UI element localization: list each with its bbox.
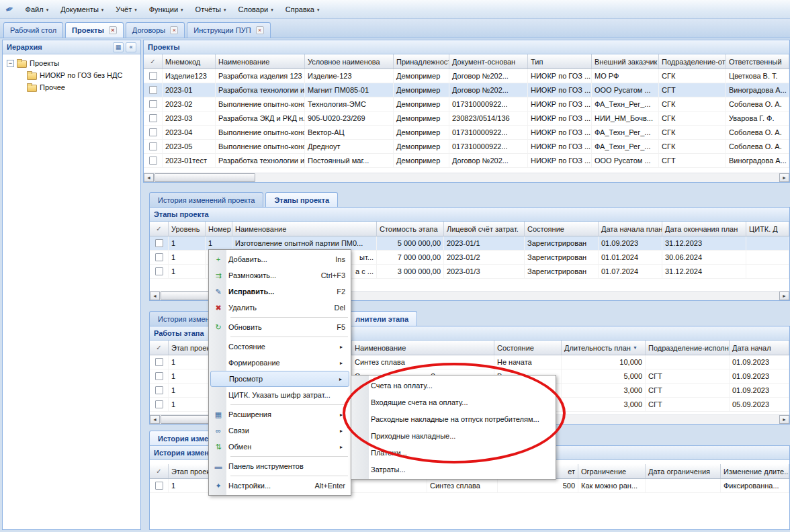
row-checkbox[interactable] [149, 114, 157, 122]
table-row[interactable]: 2023-01тестРазработка технологии и...Пос… [144, 154, 789, 168]
context-menu-item[interactable]: Счета на оплату... [353, 377, 554, 394]
column-header[interactable]: ЦИТК. Д [746, 222, 789, 236]
row-checkbox[interactable] [155, 400, 163, 408]
context-menu-item[interactable]: ▦Расширения▸ [210, 406, 349, 423]
row-checkbox[interactable] [155, 253, 163, 261]
column-header[interactable]: Длительность план▼ [562, 341, 646, 355]
menubar-item[interactable]: Файл▾ [19, 3, 55, 16]
columns-icon[interactable]: ▦ [113, 42, 124, 52]
row-checkbox[interactable] [149, 72, 157, 80]
column-header[interactable]: Дата начал [730, 341, 789, 355]
context-menu-item[interactable]: Затраты... [353, 461, 554, 478]
column-header[interactable]: Наименование [216, 54, 305, 69]
context-menu-item[interactable]: Формирование▸ [210, 355, 349, 371]
row-checkbox[interactable] [155, 358, 163, 366]
context-menu-item[interactable]: ∞Связи▸ [210, 423, 349, 439]
main-tab[interactable]: Проекты× [65, 22, 124, 38]
column-header[interactable]: Дата начала план [599, 222, 662, 236]
section-tab[interactable]: История изменений проекта [149, 192, 263, 207]
row-checkbox[interactable] [155, 239, 163, 247]
collapse-panel-icon[interactable]: « [126, 42, 136, 52]
tab-close-icon[interactable]: × [170, 26, 178, 34]
context-menu-item[interactable]: ✎Исправить...F2 [210, 283, 349, 300]
column-header[interactable]: Стоимость этапа [377, 222, 444, 236]
row-checkbox[interactable] [155, 267, 163, 275]
tree-node[interactable]: НИОКР по ГОЗ без НДС [4, 69, 139, 81]
row-checkbox[interactable] [149, 128, 157, 136]
column-header[interactable]: Принадлежность [394, 54, 449, 69]
row-checkbox[interactable] [149, 157, 157, 165]
column-header[interactable]: Ответственный [726, 54, 789, 69]
context-menu-item[interactable]: ЦИТК. Указать шифр затрат... [210, 387, 349, 403]
context-menu-item[interactable]: ↻ОбновитьF5 [210, 319, 349, 335]
row-checkbox[interactable] [155, 386, 163, 394]
scroll-left-icon[interactable]: ◄ [150, 415, 160, 424]
column-header[interactable]: Внешний заказчик [592, 54, 659, 69]
select-all-checkbox-header[interactable]: ✓ [150, 464, 169, 478]
column-header[interactable]: Наименование [352, 341, 494, 355]
column-header[interactable]: Изменение длите... [721, 464, 789, 478]
context-menu-item[interactable]: Состояние▸ [210, 339, 349, 355]
column-header[interactable]: Тип [528, 54, 592, 69]
menubar-item[interactable]: Документы▾ [54, 3, 109, 16]
column-header[interactable]: Состояние [494, 341, 562, 355]
table-row[interactable]: 11Изготовление опытной партии ПМ0...5 00… [150, 236, 789, 251]
context-menu-item[interactable]: ✖УдалитьDel [210, 300, 349, 316]
main-tab[interactable]: Инструкции ПУП× [187, 22, 270, 38]
context-menu-item[interactable]: ✦Настройки...Alt+Enter [210, 478, 349, 494]
tree-node[interactable]: Прочее [4, 81, 139, 93]
select-all-checkbox-header[interactable]: ✓ [150, 222, 169, 236]
context-menu-item[interactable]: Просмотр▸ [210, 371, 349, 387]
row-checkbox[interactable] [149, 142, 157, 150]
context-menu-item[interactable]: Расходные накладные на отпуск потребител… [353, 410, 554, 427]
scroll-track[interactable] [154, 173, 779, 182]
context-menu-item[interactable]: ▬Панель инструментов [210, 458, 349, 474]
table-row[interactable]: Изделие123Разработка изделия 123Изделие-… [144, 69, 789, 83]
table-row[interactable]: 2023-02Выполнение опытно-конс...Технолог… [144, 97, 789, 112]
select-all-checkbox-header[interactable]: ✓ [144, 54, 163, 69]
scroll-left-icon[interactable]: ◄ [144, 173, 154, 182]
context-menu-item[interactable]: ⇉Размножить...Ctrl+F3 [210, 267, 349, 283]
column-header[interactable]: Дата окончания план [662, 222, 746, 236]
context-menu-item[interactable]: +Добавить...Ins [210, 251, 349, 267]
row-checkbox[interactable] [155, 482, 163, 490]
tab-close-icon[interactable]: × [256, 26, 264, 34]
table-row[interactable]: 2023-05Выполнение опытно-конс...Дредноут… [144, 140, 789, 154]
select-all-checkbox-header[interactable]: ✓ [150, 341, 169, 355]
tree-node[interactable]: −Проекты [4, 57, 139, 69]
context-menu-item[interactable]: ⇅Обмен▸ [210, 439, 349, 455]
table-row[interactable]: 2023-03Разработка ЭКД и РКД н...905-U020… [144, 112, 789, 126]
scroll-right-icon[interactable]: ► [779, 173, 789, 182]
column-header[interactable]: Подразделение-от [659, 54, 726, 69]
main-tab[interactable]: Рабочий стол [3, 22, 63, 38]
scroll-thumb[interactable] [155, 173, 255, 182]
menubar-item[interactable]: Отчёты▾ [189, 3, 232, 16]
column-header[interactable]: Подразделение-исполнитель.. [646, 341, 730, 355]
scroll-right-icon[interactable]: ► [779, 415, 789, 424]
column-header[interactable]: Состояние [525, 222, 599, 236]
menubar-item[interactable]: Словари▾ [232, 3, 279, 16]
menubar-item[interactable]: Справка▾ [279, 3, 326, 16]
scroll-left-icon[interactable]: ◄ [150, 292, 160, 300]
column-header[interactable]: Номер [206, 222, 232, 236]
main-tab[interactable]: Договоры× [126, 22, 185, 38]
context-menu-item[interactable]: Платежи... [353, 444, 554, 461]
column-header[interactable]: Лицевой счёт затрат. [444, 222, 525, 236]
projects-hscrollbar[interactable]: ◄ ► [144, 173, 789, 182]
table-row[interactable]: 2023-01Разработка технологии и...Магнит … [144, 83, 789, 97]
column-header[interactable]: Условное наименова [305, 54, 394, 69]
context-menu-item[interactable]: Входящие счета на оплату... [353, 394, 554, 410]
row-checkbox[interactable] [149, 100, 157, 108]
column-header[interactable]: Мнемокод [163, 54, 216, 69]
row-checkbox[interactable] [155, 372, 163, 380]
scroll-right-icon[interactable]: ► [779, 292, 789, 300]
tab-close-icon[interactable]: × [109, 26, 117, 34]
context-menu-item[interactable]: Приходные накладные... [353, 427, 554, 444]
menubar-item[interactable]: Учёт▾ [109, 3, 142, 16]
section-tab[interactable]: Этапы проекта [265, 192, 338, 207]
tree-expander-icon[interactable]: − [7, 60, 14, 67]
column-header[interactable]: Уровень [169, 222, 206, 236]
row-checkbox[interactable] [149, 86, 157, 94]
table-row[interactable]: 2023-04Выполнение опытно-конс...Вектор-А… [144, 126, 789, 140]
column-header[interactable]: Документ-основан [449, 54, 528, 69]
